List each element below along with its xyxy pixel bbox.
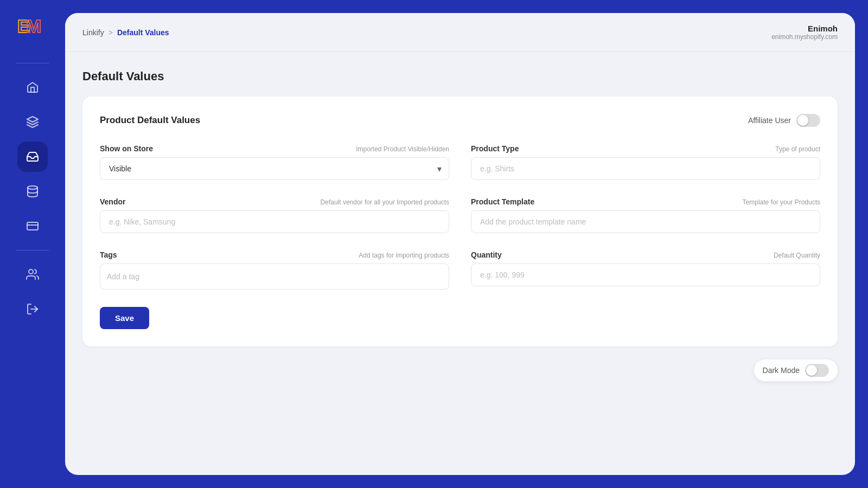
- show-on-store-select-wrapper: Visible Hidden ▾: [100, 157, 449, 180]
- vendor-label: Vendor: [100, 197, 125, 206]
- breadcrumb-current: Default Values: [117, 28, 169, 37]
- vendor-input[interactable]: [100, 210, 449, 233]
- tags-header: Tags Add tags for importing products: [100, 251, 449, 259]
- product-type-input[interactable]: [471, 157, 820, 180]
- tags-input-wrapper[interactable]: [100, 264, 449, 290]
- dark-mode-toggle[interactable]: [805, 364, 829, 377]
- sidebar-item-logout[interactable]: [17, 294, 48, 324]
- affiliate-toggle[interactable]: [796, 114, 820, 127]
- show-on-store-field: Show on Store Imported Product Visible/H…: [100, 144, 449, 180]
- sidebar-divider-top: [16, 63, 49, 63]
- sidebar-divider-bottom: [16, 250, 49, 251]
- quantity-hint: Default Quantity: [774, 252, 820, 259]
- affiliate-label: Affiliate User: [748, 116, 791, 125]
- sidebar-item-storage[interactable]: [17, 176, 48, 207]
- tags-input[interactable]: [107, 272, 442, 281]
- vendor-field: Vendor Default vendor for all your Impor…: [100, 197, 449, 233]
- show-on-store-hint: Imported Product Visible/Hidden: [356, 145, 449, 153]
- svg-point-2: [28, 186, 37, 189]
- tags-hint: Add tags for importing products: [359, 252, 449, 259]
- product-template-label: Product Template: [471, 197, 534, 206]
- sidebar-item-users[interactable]: [17, 259, 48, 290]
- product-type-header: Product Type Type of product: [471, 144, 820, 153]
- sidebar-item-home[interactable]: [17, 72, 48, 102]
- user-email: enimoh.myshopify.com: [771, 33, 838, 41]
- sidebar-item-card[interactable]: [17, 211, 48, 241]
- header: Linkify > Default Values Enimoh enimoh.m…: [65, 13, 855, 52]
- product-template-field: Product Template Template for your Produ…: [471, 197, 820, 233]
- save-button[interactable]: Save: [100, 307, 149, 329]
- breadcrumb-separator: >: [108, 28, 113, 37]
- dark-mode-label: Dark Mode: [763, 366, 800, 375]
- product-template-input[interactable]: [471, 210, 820, 233]
- dark-mode-section: Dark Mode: [82, 359, 838, 381]
- show-on-store-select[interactable]: Visible Hidden: [100, 157, 449, 180]
- product-template-header: Product Template Template for your Produ…: [471, 197, 820, 206]
- sidebar-item-box[interactable]: [17, 107, 48, 137]
- product-type-hint: Type of product: [775, 145, 820, 153]
- breadcrumb: Linkify > Default Values: [82, 28, 169, 37]
- product-type-label: Product Type: [471, 144, 519, 153]
- show-on-store-header: Show on Store Imported Product Visible/H…: [100, 144, 449, 153]
- quantity-field: Quantity Default Quantity: [471, 251, 820, 290]
- quantity-input[interactable]: [471, 264, 820, 286]
- form-actions: Save: [100, 307, 820, 329]
- form-card: Product Default Values Affiliate User Sh…: [82, 97, 838, 346]
- vendor-hint: Default vendor for all your Imported pro…: [321, 198, 449, 206]
- show-on-store-label: Show on Store: [100, 144, 153, 153]
- form-card-title: Product Default Values: [100, 115, 200, 126]
- user-info: Enimoh enimoh.myshopify.com: [771, 24, 838, 41]
- affiliate-user-section: Affiliate User: [748, 114, 820, 127]
- content-card: Linkify > Default Values Enimoh enimoh.m…: [65, 13, 855, 475]
- product-template-hint: Template for your Products: [743, 198, 820, 206]
- product-type-field: Product Type Type of product: [471, 144, 820, 180]
- svg-text:M: M: [26, 16, 41, 36]
- vendor-header: Vendor Default vendor for all your Impor…: [100, 197, 449, 206]
- page-content: Default Values Product Default Values Af…: [65, 52, 855, 475]
- form-grid: Show on Store Imported Product Visible/H…: [100, 144, 820, 290]
- page-title: Default Values: [82, 69, 838, 84]
- quantity-header: Quantity Default Quantity: [471, 251, 820, 259]
- breadcrumb-link[interactable]: Linkify: [82, 28, 104, 37]
- logo[interactable]: E M: [16, 13, 49, 41]
- user-name: Enimoh: [771, 24, 838, 33]
- quantity-label: Quantity: [471, 251, 502, 259]
- main-area: Linkify > Default Values Enimoh enimoh.m…: [65, 0, 868, 488]
- form-card-header: Product Default Values Affiliate User: [100, 114, 820, 127]
- tags-label: Tags: [100, 251, 117, 259]
- dark-mode-pill: Dark Mode: [754, 359, 838, 381]
- sidebar-item-inbox[interactable]: [17, 142, 48, 172]
- svg-rect-3: [27, 222, 38, 230]
- sidebar: E M: [0, 0, 65, 488]
- tags-field: Tags Add tags for importing products: [100, 251, 449, 290]
- svg-point-5: [29, 269, 33, 274]
